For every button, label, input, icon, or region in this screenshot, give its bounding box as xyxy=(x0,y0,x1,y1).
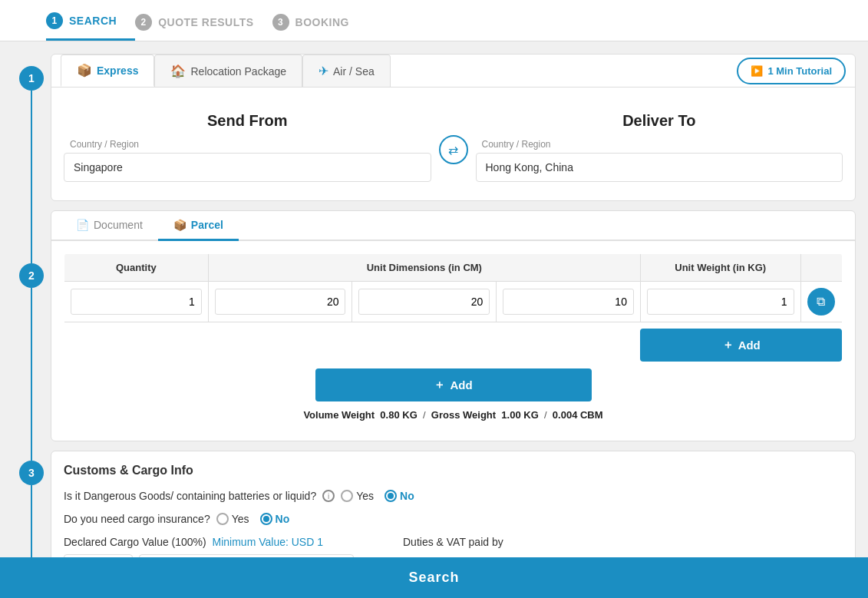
step-quote[interactable]: 2 QUOTE RESULTS xyxy=(135,0,272,41)
step-search[interactable]: 1 SEARCH xyxy=(46,0,135,41)
volume-weight-label: Volume Weight xyxy=(303,409,375,421)
info-icon[interactable]: i xyxy=(322,490,335,502)
dim1-input[interactable] xyxy=(215,289,346,315)
duties-label: Duties & VAT paid by xyxy=(403,536,536,548)
tutorial-icon: ▶️ xyxy=(751,65,763,77)
connector-1 xyxy=(31,91,32,263)
step-num-1: 1 xyxy=(46,12,63,29)
express-icon: 📦 xyxy=(77,63,92,78)
tutorial-button[interactable]: ▶️ 1 Min Tutorial xyxy=(737,58,846,84)
insurance-no-radio[interactable] xyxy=(260,513,272,525)
gross-weight-value: 1.00 KG xyxy=(501,409,538,421)
tutorial-label: 1 Min Tutorial xyxy=(767,65,832,77)
left-step-2: 2 xyxy=(19,263,44,288)
dimensions-table: Quantity Unit Dimensions (in CM) Unit We… xyxy=(64,253,843,362)
send-country-input[interactable] xyxy=(64,153,431,182)
declared-label-text: Declared Cargo Value (100%) xyxy=(64,536,206,548)
bottom-search-bar: Search xyxy=(0,557,868,598)
document-icon: 📄 xyxy=(76,219,89,231)
qty-cell xyxy=(64,282,209,322)
add-parcel-button[interactable]: ＋ Add xyxy=(315,368,592,401)
sub-tab-parcel[interactable]: 📦 Parcel xyxy=(158,211,239,241)
parcel-icon: 📦 xyxy=(173,219,186,231)
insurance-no-option[interactable]: No xyxy=(260,513,290,525)
dim3-cell xyxy=(497,282,641,322)
step-num-2: 2 xyxy=(135,14,152,31)
insurance-label: Do you need cargo insurance? xyxy=(64,513,210,525)
dangerous-no-label: No xyxy=(400,490,414,502)
dangerous-goods-label: Is it Dangerous Goods/ containing batter… xyxy=(64,490,316,502)
deliver-to-title: Deliver To xyxy=(476,112,843,130)
dangerous-goods-row: Is it Dangerous Goods/ containing batter… xyxy=(64,490,843,502)
deliver-country-label: Country / Region xyxy=(476,139,843,150)
search-button[interactable]: Search xyxy=(408,570,459,586)
tab-airsea-label: Air / Sea xyxy=(333,65,375,78)
sub-tab-parcel-label: Parcel xyxy=(191,219,223,231)
step-label-booking: BOOKING xyxy=(295,16,349,28)
dim1-cell xyxy=(208,282,352,322)
gross-weight-label: Gross Weight xyxy=(431,409,496,421)
dangerous-yes-label: Yes xyxy=(356,490,374,502)
customs-title: Customs & Cargo Info xyxy=(64,464,843,477)
step-label-quote: QUOTE RESULTS xyxy=(158,16,253,28)
dim2-cell xyxy=(352,282,497,322)
weight-input[interactable] xyxy=(647,289,794,315)
col-weight: Unit Weight (in KG) xyxy=(640,254,800,282)
swap-button[interactable]: ⇄ xyxy=(439,135,468,164)
left-step-1: 1 xyxy=(19,66,44,91)
left-step-3: 3 xyxy=(19,461,44,485)
dim3-input[interactable] xyxy=(503,289,634,315)
dangerous-no-radio[interactable] xyxy=(384,490,397,502)
insurance-no-label: No xyxy=(276,513,290,525)
volume-weight-value: 0.80 KG xyxy=(380,409,417,421)
dangerous-no-option[interactable]: No xyxy=(384,490,414,502)
add-label: Add xyxy=(738,339,761,352)
send-country-label: Country / Region xyxy=(64,139,431,150)
tab-relocation[interactable]: 🏠 Relocation Package xyxy=(154,55,302,87)
dim2-input[interactable] xyxy=(358,289,490,315)
sub-tab-document[interactable]: 📄 Document xyxy=(61,211,158,241)
cbm-value: 0.004 CBM xyxy=(553,409,603,421)
sub-tab-document-label: Document xyxy=(94,219,143,231)
insurance-yes-label: Yes xyxy=(232,513,249,525)
add-icon: ＋ xyxy=(722,338,734,352)
add-parcel-icon: ＋ xyxy=(434,378,445,392)
relocation-icon: 🏠 xyxy=(170,64,186,78)
deliver-to-section: Deliver To Country / Region xyxy=(476,112,843,182)
col-quantity: Quantity xyxy=(64,254,209,282)
qty-input[interactable] xyxy=(71,289,202,315)
tab-relocation-label: Relocation Package xyxy=(190,65,286,78)
copy-row-button[interactable]: ⧉ xyxy=(807,288,835,316)
tab-express[interactable]: 📦 Express xyxy=(61,55,154,87)
tab-airsea[interactable]: ✈ Air / Sea xyxy=(302,55,391,87)
dangerous-yes-option[interactable]: Yes xyxy=(341,490,374,502)
add-button[interactable]: ＋ Add xyxy=(640,329,842,362)
dangerous-yes-radio[interactable] xyxy=(341,490,353,502)
connector-2 xyxy=(31,288,32,461)
weight-info: Volume Weight 0.80 KG / Gross Weight 1.0… xyxy=(64,401,843,428)
min-value-link[interactable]: Minimum Value: USD 1 xyxy=(213,536,323,548)
insurance-row: Do you need cargo insurance? Yes No xyxy=(64,513,843,525)
insurance-yes-radio[interactable] xyxy=(216,513,229,525)
weight-cell xyxy=(640,282,800,322)
step-booking[interactable]: 3 BOOKING xyxy=(272,0,368,41)
step-num-3: 3 xyxy=(272,14,289,31)
step-label-search: SEARCH xyxy=(69,15,117,27)
tab-express-label: Express xyxy=(97,64,138,77)
insurance-yes-option[interactable]: Yes xyxy=(216,513,249,525)
deliver-country-input[interactable] xyxy=(476,153,843,182)
add-parcel-label: Add xyxy=(450,378,472,392)
send-from-title: Send From xyxy=(64,112,431,130)
send-from-section: Send From Country / Region xyxy=(64,112,431,182)
airsea-icon: ✈ xyxy=(318,64,328,78)
col-dimensions: Unit Dimensions (in CM) xyxy=(208,254,640,282)
